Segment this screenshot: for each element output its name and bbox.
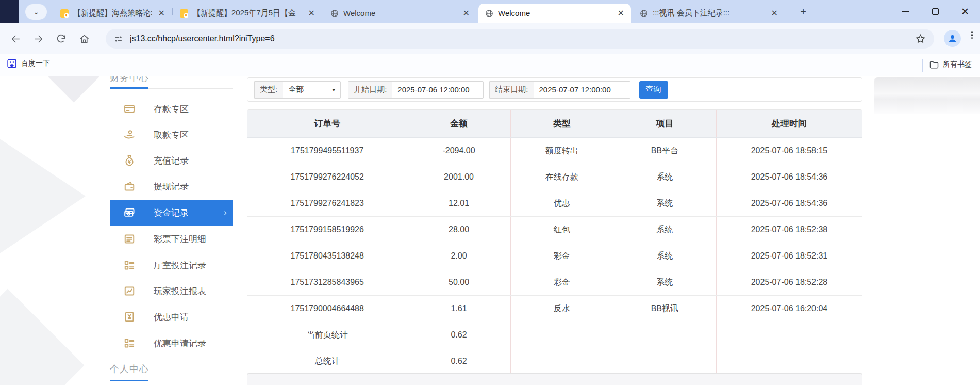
url-bar[interactable]: js13.cc/hhcp/usercenter.html?iniType=6 <box>106 29 934 49</box>
funds-records-table: 订单号金额类型项目处理时间 1751799495511937-2094.00额度… <box>247 110 862 374</box>
close-icon[interactable]: ✕ <box>307 9 317 18</box>
search-button[interactable]: 查询 <box>639 81 668 99</box>
close-icon[interactable]: ✕ <box>157 9 167 18</box>
close-icon[interactable]: ✕ <box>461 9 471 18</box>
sidebar-item-chart-7[interactable]: 玩家投注报表 <box>110 278 233 304</box>
globe-icon <box>485 9 493 18</box>
tab-strip: ⌄ 【新提醒】海燕策略论坛综合交 ✕ 【新提醒】2025年7月5日【金 ✕ We… <box>0 0 980 23</box>
back-button[interactable] <box>8 31 23 46</box>
browser-menu-button[interactable] <box>971 31 973 39</box>
tab-divider <box>172 8 173 15</box>
summary-row: 当前页统计0.62 <box>247 322 862 348</box>
tab-3[interactable]: Welcome ✕ <box>324 4 476 23</box>
bookmark-star-icon[interactable] <box>915 34 926 44</box>
browser-window: ⌄ 【新提醒】海燕策略论坛综合交 ✕ 【新提醒】2025年7月5日【金 ✕ We… <box>0 0 980 385</box>
table-cell: 反水 <box>510 296 613 322</box>
table-cell <box>716 322 862 348</box>
sidebar-item-moneybag-2[interactable]: 充值记录 <box>110 148 233 173</box>
sidebar-item-wallet-3[interactable]: 提现记录 <box>110 173 233 199</box>
sidebar-item-hand-1[interactable]: 取款专区 <box>110 122 233 148</box>
table-cell <box>613 322 716 348</box>
summary-row: 总统计0.62 <box>247 348 862 375</box>
all-bookmarks-button[interactable]: 所有书签 <box>929 59 972 70</box>
table-cell <box>510 348 613 375</box>
home-button[interactable] <box>77 31 91 46</box>
all-bookmarks-label: 所有书签 <box>943 60 972 69</box>
arrow-left-icon <box>10 34 21 44</box>
tab-search-button[interactable]: ⌄ <box>25 4 47 20</box>
table-cell: 额度转出 <box>510 138 613 164</box>
new-tab-button[interactable]: + <box>796 5 810 19</box>
table-cell: 系统 <box>613 243 716 269</box>
table-cell: 2025-07-06 18:52:28 <box>716 269 862 296</box>
table-cell: 1751799276241823 <box>247 190 407 217</box>
right-panel-gradient <box>874 77 980 114</box>
tab-4-active[interactable]: Welcome ✕ <box>478 4 631 23</box>
column-header: 金额 <box>407 110 510 138</box>
sidebar-item-cash-4[interactable]: 资金记录› <box>110 200 233 226</box>
profile-avatar[interactable] <box>944 30 961 47</box>
bookmark-baidu[interactable]: 百度一下 <box>7 59 50 68</box>
reload-button[interactable] <box>54 31 68 46</box>
close-icon[interactable]: ✕ <box>616 9 626 18</box>
minimize-icon <box>902 11 909 12</box>
table-row: 175179927624182312.01优惠系统2025-07-06 18:5… <box>247 190 862 217</box>
table-cell: 1.61 <box>407 296 510 322</box>
table-cell: 在线存款 <box>510 164 613 190</box>
table-cell <box>716 348 862 375</box>
table-cell: 红包 <box>510 217 613 243</box>
tab-divider <box>788 8 788 15</box>
sidebar-item-card-0[interactable]: 存款专区 <box>110 96 233 122</box>
table-cell: BB平台 <box>613 138 716 164</box>
section-line <box>148 88 233 89</box>
type-select[interactable]: 全部 ▾ <box>283 81 341 99</box>
url-text[interactable]: js13.cc/hhcp/usercenter.html?iniType=6 <box>130 34 915 43</box>
table-cell: 系统 <box>613 217 716 243</box>
home-icon <box>79 34 90 44</box>
gridlist-icon <box>124 338 135 349</box>
sidebar-item-gridlist-9[interactable]: 优惠申请记录 <box>110 330 233 356</box>
maximize-button[interactable] <box>920 0 950 23</box>
minimize-button[interactable] <box>890 0 920 23</box>
globe-icon <box>640 9 648 18</box>
site-settings-icon[interactable] <box>114 35 123 43</box>
end-date-input[interactable]: 2025-07-07 12:00:00 <box>534 81 630 99</box>
table-cell: 彩金 <box>510 269 613 296</box>
table-cell: 系统 <box>613 269 716 296</box>
sidebar-item-label: 存款专区 <box>154 103 189 115</box>
close-window-button[interactable]: ✕ <box>950 0 980 23</box>
tab-title: Welcome <box>343 9 457 18</box>
sidebar-item-gridlist-6[interactable]: 厅室投注记录 <box>110 252 233 278</box>
globe-icon <box>330 9 339 18</box>
table-cell: 1751799495511937 <box>247 138 407 164</box>
sidebar-item-coupon-8[interactable]: 优惠申请 <box>110 304 233 330</box>
table-cell: 彩金 <box>510 243 613 269</box>
table-cell: 1751799276224052 <box>247 164 407 190</box>
sidebar-item-label: 提现记录 <box>154 181 189 192</box>
bookmarks-separator <box>922 59 923 72</box>
filter-panel: 类型: 全部 ▾ 开始日期: 2025-07-06 12:00:00 结束日期:… <box>247 77 862 102</box>
close-icon[interactable]: ✕ <box>770 9 779 18</box>
bookmark-label: 百度一下 <box>21 59 50 68</box>
table-cell: 优惠 <box>510 190 613 217</box>
section-underline <box>110 87 148 89</box>
start-date-input[interactable]: 2025-07-06 12:00:00 <box>392 81 484 99</box>
maximize-icon <box>932 8 939 15</box>
table-cell: 系统 <box>613 164 716 190</box>
forum-favicon-icon <box>180 9 188 18</box>
chevron-down-icon: ⌄ <box>33 8 39 16</box>
sidebar: 财务中心 存款专区取款专区充值记录提现记录资金记录›彩票下注明细厅室投注记录玩家… <box>110 76 233 385</box>
forward-button[interactable] <box>31 31 45 46</box>
window-controls: ✕ <box>890 0 980 23</box>
sidebar-item-list-5[interactable]: 彩票下注明细 <box>110 226 233 252</box>
tab-2[interactable]: 【新提醒】2025年7月5日【金 ✕ <box>173 4 322 23</box>
gridlist-icon <box>124 260 135 271</box>
tab-1[interactable]: 【新提醒】海燕策略论坛综合交 ✕ <box>54 4 172 23</box>
bookmarks-bar: 百度一下 所有书签 <box>0 54 980 76</box>
table-cell: 0.62 <box>407 322 510 348</box>
table-cell: 2025-07-06 18:52:31 <box>716 243 862 269</box>
table-cell: 2.00 <box>407 243 510 269</box>
sidebar-item-label: 优惠申请 <box>154 311 189 323</box>
person-icon <box>947 33 958 44</box>
tab-5[interactable]: :::视讯 会员下注纪录::: ✕ <box>633 4 785 23</box>
